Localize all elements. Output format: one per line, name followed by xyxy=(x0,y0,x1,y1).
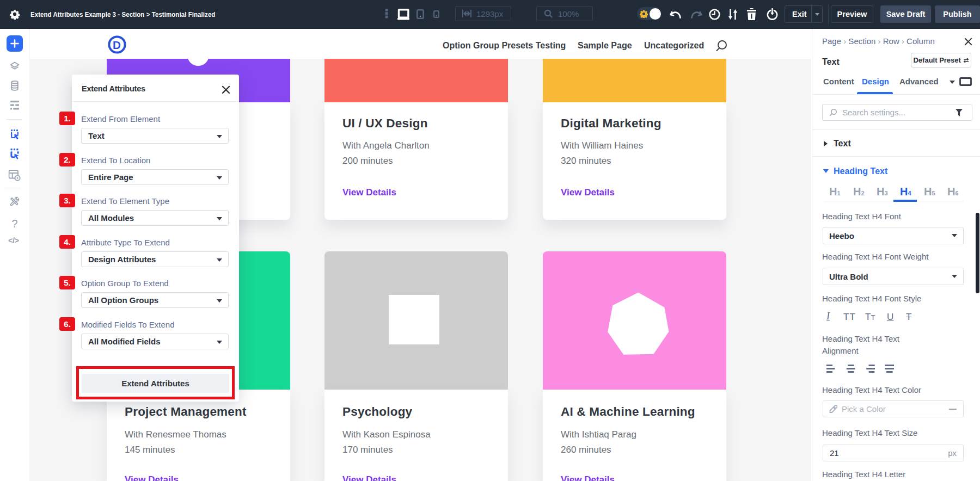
svg-text:D: D xyxy=(113,39,121,51)
